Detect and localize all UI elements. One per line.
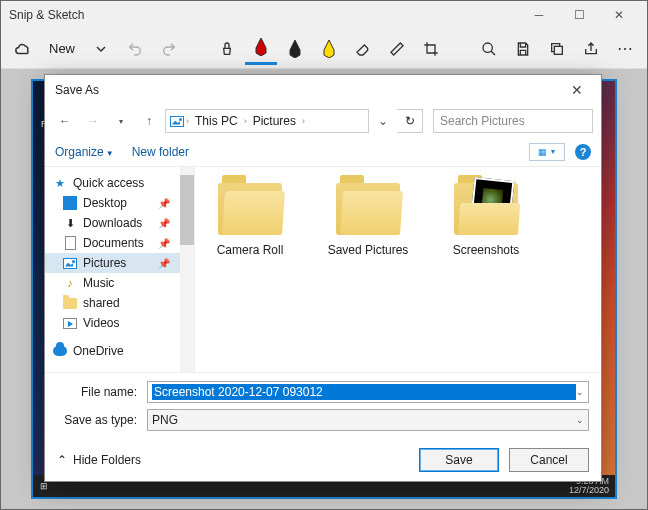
savetype-select[interactable]: PNG ⌄ [147,409,589,431]
command-row: Organize▼ New folder ▦ ▼ ? [45,137,601,167]
folder-label: Screenshots [441,243,531,257]
folder-icon [218,183,282,235]
tree-documents[interactable]: Documents📌 [45,233,194,253]
nav-recent-dropdown[interactable]: ▾ [109,109,133,133]
new-label: New [49,41,75,56]
videos-icon [63,316,77,330]
tree-shared[interactable]: shared [45,293,194,313]
folder-saved-pictures[interactable]: Saved Pictures [323,183,413,257]
pin-icon: 📌 [158,218,170,229]
folder-icon [336,183,400,235]
filename-label: File name: [57,385,147,399]
pin-icon: 📌 [158,258,170,269]
new-button[interactable]: New [41,37,83,60]
new-dropdown[interactable] [85,33,117,65]
help-button[interactable]: ? [575,144,591,160]
cancel-button[interactable]: Cancel [509,448,589,472]
folder-camera-roll[interactable]: Camera Roll [205,183,295,257]
svg-rect-1 [554,46,562,54]
onedrive-icon [53,344,67,358]
undo-button[interactable] [119,33,151,65]
desktop-icon [63,196,77,210]
zoom-button[interactable] [473,33,505,65]
dialog-titlebar: Save As ✕ [45,75,601,105]
save-confirm-button[interactable]: Save [419,448,499,472]
nav-back-button[interactable]: ← [53,109,77,133]
app-title: Snip & Sketch [9,8,519,22]
highlighter-button[interactable] [313,33,345,65]
more-button[interactable]: ⋯ [609,33,641,65]
chevron-right-icon: › [302,116,305,126]
redo-button[interactable] [153,33,185,65]
breadcrumb-thispc[interactable]: This PC [191,114,242,128]
hide-folders-button[interactable]: ⌃ Hide Folders [57,453,141,467]
dialog-body: ★Quick access Desktop📌 ⬇Downloads📌 Docum… [45,167,601,372]
hide-folders-label: Hide Folders [73,453,141,467]
ballpoint-pen-button[interactable] [245,33,277,65]
nav-forward-button[interactable]: → [81,109,105,133]
folder-content[interactable]: Camera Roll Saved Pictures Screenshots [195,167,601,372]
maximize-button[interactable]: ☐ [559,1,599,29]
chevron-down-icon[interactable]: ⌄ [576,415,584,425]
folder-label: Saved Pictures [323,243,413,257]
downloads-icon: ⬇ [63,216,77,230]
star-icon: ★ [53,176,67,190]
svg-point-0 [483,43,492,52]
touch-writing-button[interactable] [211,33,243,65]
organize-button[interactable]: Organize▼ [55,145,114,159]
savetype-value: PNG [152,413,576,427]
view-options-button[interactable]: ▦ ▼ [529,143,565,161]
tree-desktop[interactable]: Desktop📌 [45,193,194,213]
nav-tree: ★Quick access Desktop📌 ⬇Downloads📌 Docum… [45,167,195,372]
tree-pictures[interactable]: Pictures📌 [45,253,194,273]
tree-quick-access[interactable]: ★Quick access [45,173,194,193]
refresh-button[interactable]: ↻ [397,109,423,133]
new-folder-button[interactable]: New folder [132,145,189,159]
app-toolbar: New ⋯ [1,29,647,69]
minimize-button[interactable]: ─ [519,1,559,29]
tray-date: 12/7/2020 [569,486,609,495]
save-button[interactable] [507,33,539,65]
pencil-button[interactable] [279,33,311,65]
eraser-button[interactable] [347,33,379,65]
folder-icon [63,296,77,310]
nav-up-button[interactable]: ↑ [137,109,161,133]
filename-value: Screenshot 2020-12-07 093012 [152,384,576,400]
filename-input[interactable]: Screenshot 2020-12-07 093012 ⌄ [147,381,589,403]
folder-screenshots[interactable]: Screenshots [441,183,531,257]
breadcrumb-pictures[interactable]: Pictures [249,114,300,128]
dialog-footer: ⌃ Hide Folders Save Cancel [45,439,601,481]
breadcrumb-dropdown[interactable]: ⌄ [373,114,393,128]
ruler-button[interactable] [381,33,413,65]
documents-icon [63,236,77,250]
chevron-down-icon[interactable]: ⌄ [576,387,584,397]
pin-icon: 📌 [158,238,170,249]
savetype-label: Save as type: [57,413,147,427]
chevron-right-icon: › [186,116,189,126]
dialog-close-button[interactable]: ✕ [563,82,591,98]
copy-button[interactable] [541,33,573,65]
tree-scrollbar[interactable] [180,167,194,372]
music-icon [63,276,77,290]
tree-music[interactable]: Music [45,273,194,293]
dialog-title: Save As [55,83,563,97]
search-placeholder: Search Pictures [440,114,525,128]
chevron-up-icon: ⌃ [57,453,67,467]
folder-label: Camera Roll [205,243,295,257]
cloud-icon[interactable] [7,33,39,65]
breadcrumb[interactable]: › This PC › Pictures › [165,109,369,133]
tree-videos[interactable]: Videos [45,313,194,333]
pictures-icon [170,114,184,128]
close-button[interactable]: ✕ [599,1,639,29]
search-input[interactable]: Search Pictures [433,109,593,133]
save-as-dialog: Save As ✕ ← → ▾ ↑ › This PC › Pictures ›… [44,74,602,482]
tree-onedrive[interactable]: OneDrive [45,341,194,361]
tree-downloads[interactable]: ⬇Downloads📌 [45,213,194,233]
share-button[interactable] [575,33,607,65]
pin-icon: 📌 [158,198,170,209]
nav-row: ← → ▾ ↑ › This PC › Pictures › ⌄ ↻ Searc… [45,105,601,137]
chevron-right-icon: › [244,116,247,126]
crop-button[interactable] [415,33,447,65]
titlebar: Snip & Sketch ─ ☐ ✕ [1,1,647,29]
file-fields: File name: Screenshot 2020-12-07 093012 … [45,372,601,439]
